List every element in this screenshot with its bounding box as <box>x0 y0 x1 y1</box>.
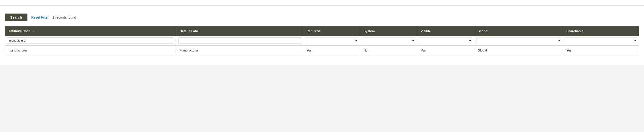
table-header-row: Attribute Code ↓ Default Label Required … <box>5 26 639 36</box>
filter-select-searchable[interactable]: Yes No <box>565 37 637 44</box>
cell-required: Yes <box>303 46 360 55</box>
toolbar: Search Reset Filter 1 records found <box>0 13 644 26</box>
search-button[interactable]: Search <box>5 13 28 21</box>
table-wrapper: Attribute Code ↓ Default Label Required … <box>0 26 644 55</box>
filter-cell-visible: Yes No <box>417 36 474 46</box>
filter-input-default-label[interactable] <box>178 37 301 44</box>
col-header-visible[interactable]: Visible <box>417 26 474 36</box>
filter-input-attribute-code[interactable] <box>7 37 174 44</box>
filter-select-scope[interactable]: Global Website Store View <box>476 37 561 44</box>
cell-scope: Global <box>474 46 563 55</box>
table-row: manufacturer Manufacturer Yes No Yes Glo… <box>5 46 639 55</box>
col-header-default-label[interactable]: Default Label <box>176 26 303 36</box>
filter-select-required[interactable]: Yes No <box>305 37 358 44</box>
attributes-table: Attribute Code ↓ Default Label Required … <box>5 26 639 55</box>
col-header-system[interactable]: System <box>360 26 417 36</box>
reset-filter-link[interactable]: Reset Filter <box>31 15 49 19</box>
cell-default-label: Manufacturer <box>176 46 303 55</box>
records-found: 1 records found <box>52 15 76 19</box>
filter-cell-default-label <box>176 36 303 46</box>
cell-searchable: Yes <box>563 46 639 55</box>
col-header-scope[interactable]: Scope <box>474 26 563 36</box>
top-bar <box>0 5 644 6</box>
col-header-searchable[interactable]: Searchable <box>563 26 639 36</box>
filter-cell-attribute-code <box>5 36 176 46</box>
cell-attribute-code: manufacturer <box>5 46 176 55</box>
filter-select-system[interactable]: Yes No <box>362 37 415 44</box>
col-header-required[interactable]: Required <box>303 26 360 36</box>
filter-select-visible[interactable]: Yes No <box>419 37 472 44</box>
filter-cell-scope: Global Website Store View <box>474 36 563 46</box>
filter-cell-system: Yes No <box>360 36 417 46</box>
filter-cell-searchable: Yes No <box>563 36 639 46</box>
filter-cell-required: Yes No <box>303 36 360 46</box>
col-header-attribute-code[interactable]: Attribute Code ↓ <box>5 26 176 36</box>
sort-arrow-icon: ↓ <box>33 30 34 33</box>
filter-row: Yes No Yes No Yes <box>5 36 639 46</box>
page-container: Search Reset Filter 1 records found Attr… <box>0 0 644 65</box>
cell-visible: Yes <box>417 46 474 55</box>
cell-system: No <box>360 46 417 55</box>
